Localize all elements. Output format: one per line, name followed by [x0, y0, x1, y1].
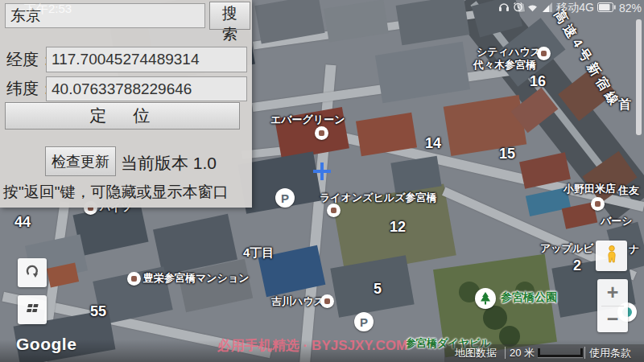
building-pin-icon[interactable] [315, 126, 328, 140]
map-label-park[interactable]: 参宮橋公園 [501, 290, 557, 305]
pegman-button[interactable] [596, 241, 627, 271]
rotate-icon [23, 262, 41, 283]
rotate-button[interactable] [18, 258, 47, 287]
check-update-button[interactable]: 检查更新 [45, 146, 116, 176]
block-number: 15 [499, 146, 515, 162]
version-text: 当前版本 1.0 [121, 152, 217, 175]
building-pin-icon[interactable] [327, 204, 341, 217]
phone-screen: シティハウス 代々木参宮橋 エバーグリーン ライオンズヒルズ参宮橋 小野田米店 … [0, 0, 644, 362]
carrier-text: 移动4G [556, 1, 594, 15]
building [375, 42, 470, 103]
scale-text: 20 米 [510, 346, 535, 360]
locate-button[interactable]: 定 位 [5, 102, 240, 130]
block-number: 44 [14, 214, 31, 231]
building-pin-icon[interactable] [537, 47, 551, 60]
layers-button[interactable] [18, 295, 47, 324]
scrollbar[interactable] [636, 19, 642, 135]
block-number: 2 [573, 257, 581, 274]
google-logo: Google [16, 335, 76, 354]
battery-percent: 82% [619, 2, 642, 14]
pegman-icon [604, 244, 620, 268]
headset-icon [498, 2, 510, 14]
map-label-evergreen[interactable]: エバーグリーン [270, 113, 345, 127]
watermark-text: 必用手机精选 · BYJSJXY.COM [217, 336, 407, 355]
map-label-cityhouse-line2[interactable]: 代々木参宮橋 [473, 58, 536, 72]
hint-text: 按"返回"键，可隐藏或显示本窗口 [3, 182, 229, 203]
scale-bar [538, 348, 583, 357]
longitude-input[interactable] [46, 47, 247, 72]
building-pin-icon[interactable] [591, 197, 605, 211]
signal-icon [542, 2, 553, 14]
parking-icon[interactable]: P [275, 188, 295, 208]
block-number: 5 [374, 281, 382, 298]
map-label-pershi[interactable]: バーシ [601, 214, 633, 228]
block-number: 12 [390, 219, 406, 236]
building-pin-icon[interactable] [320, 294, 334, 308]
map-label-lions-hills[interactable]: ライオンズヒルズ参宮橋 [320, 191, 436, 205]
alarm-icon [513, 2, 523, 14]
parking-icon[interactable]: P [354, 312, 374, 331]
status-time: 下午2:53 [24, 2, 72, 17]
zoom-in-button[interactable]: + [597, 279, 628, 306]
map-label-apple[interactable]: アップルビ [540, 241, 594, 256]
wifi-icon [526, 2, 539, 14]
terms-link[interactable]: 使用条款 [589, 346, 631, 360]
latitude-input[interactable] [46, 76, 247, 101]
tree-icon[interactable] [475, 288, 496, 309]
tree [483, 306, 507, 330]
map-label-chome4: 4丁目 [243, 245, 274, 261]
map-label-expressway-fragment: 首 [618, 97, 631, 113]
crosshair-icon [313, 162, 331, 180]
building-pin-icon[interactable] [127, 272, 141, 286]
map-label-onoda[interactable]: 小野田米店 [564, 182, 616, 196]
layers-icon [23, 301, 41, 319]
block-number: 55 [90, 303, 106, 320]
gps-tool-panel: 搜索 经度： 纬度： 定 位 检查更新 当前版本 1.0 按"返回"键，可隐藏或… [0, 0, 252, 208]
map-label-sumitomo[interactable]: 住友 [618, 183, 639, 198]
block-number: 14 [425, 135, 441, 152]
map-label-apple-tail[interactable]: ナ [629, 242, 639, 257]
map-data-label: 地图数据 [455, 346, 497, 360]
map-label-yoshikawa[interactable]: 吉川ハウス [271, 294, 324, 309]
divider [584, 347, 585, 359]
zoom-out-button[interactable]: − [597, 306, 628, 333]
map-label-toyosaka[interactable]: 豊栄参宮橋マンション [143, 271, 250, 286]
parking-letter: P [281, 191, 289, 205]
block-number: 16 [530, 73, 546, 90]
parking-letter: P [360, 315, 368, 329]
battery-icon [597, 2, 616, 14]
divider [505, 347, 506, 359]
zoom-control: + − [597, 279, 628, 332]
status-bar: 下午2:53 移动4G 82% [0, 0, 644, 16]
